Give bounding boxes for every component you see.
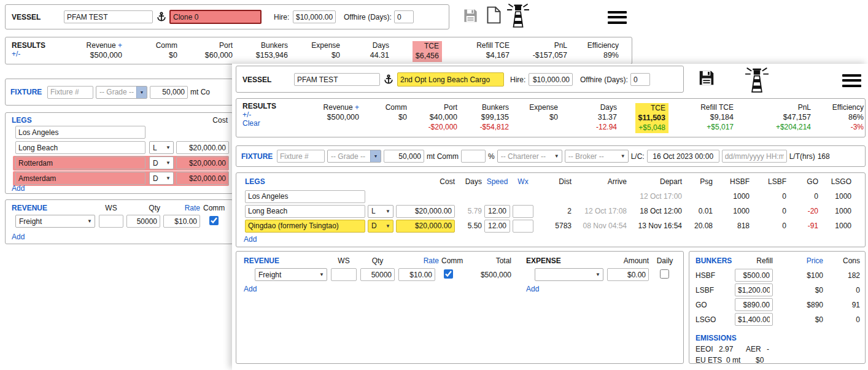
leg-speed-input[interactable] bbox=[484, 220, 510, 233]
leg-type-select[interactable]: D▼ bbox=[368, 220, 393, 233]
revenue-qty-input[interactable] bbox=[360, 268, 395, 281]
rate-header-link[interactable]: Rate bbox=[398, 256, 439, 265]
comm-checkbox[interactable] bbox=[444, 269, 453, 279]
menu-icon[interactable] bbox=[608, 8, 627, 26]
quantity-input[interactable] bbox=[150, 86, 188, 99]
hire-input[interactable] bbox=[293, 10, 336, 23]
fixture-number-input[interactable] bbox=[277, 150, 325, 163]
price-header-link[interactable]: Price bbox=[788, 256, 823, 265]
revenue-total-value: $500,000 bbox=[462, 268, 511, 282]
expense-type-select[interactable]: ▼ bbox=[535, 268, 603, 281]
anchor-icon[interactable] bbox=[157, 12, 166, 24]
eu-ets-cost: $0 bbox=[756, 356, 764, 364]
revenue-type-select[interactable]: Freight▼ bbox=[15, 215, 95, 228]
vessel-name-input[interactable] bbox=[294, 73, 380, 86]
add-revenue-link[interactable]: Add bbox=[244, 285, 257, 293]
revenue-rate-input[interactable] bbox=[398, 268, 435, 281]
leg-type-select[interactable]: D▼ bbox=[149, 156, 174, 169]
hire-input[interactable] bbox=[529, 73, 573, 86]
legs-speed-header-link[interactable]: Speed bbox=[484, 177, 510, 186]
add-leg-link[interactable]: Add bbox=[244, 235, 257, 244]
plus-minus-toggle[interactable]: +/- bbox=[242, 110, 276, 119]
fixture-number-input[interactable] bbox=[47, 86, 93, 99]
commission-input[interactable] bbox=[461, 150, 486, 163]
broker-select[interactable]: -- Broker --▼ bbox=[565, 150, 629, 163]
results-col-refill-tce: Refill TCE$4,167 bbox=[442, 41, 510, 61]
qty-header: Qty bbox=[126, 204, 160, 212]
bunker-refill-input[interactable] bbox=[735, 298, 773, 311]
scenario-name-field[interactable] bbox=[169, 10, 262, 24]
legs-wx-header-link[interactable]: Wx bbox=[513, 177, 533, 186]
leg-port-input[interactable] bbox=[245, 190, 365, 203]
bunker-refill-input[interactable] bbox=[735, 269, 773, 282]
offhire-input[interactable] bbox=[630, 73, 650, 86]
bunker-refill-input[interactable] bbox=[735, 283, 773, 296]
revenue-rate-input[interactable] bbox=[163, 215, 200, 228]
leg-type-select[interactable]: D▼ bbox=[149, 172, 174, 185]
expense-amount-input[interactable] bbox=[607, 268, 649, 281]
leg-type-select[interactable]: L▼ bbox=[149, 141, 174, 154]
bunker-price: $0 bbox=[788, 313, 823, 326]
leg-port-input[interactable] bbox=[15, 172, 145, 185]
new-document-icon[interactable] bbox=[486, 6, 502, 26]
legs-lsgo-header: LSGO bbox=[821, 177, 851, 186]
ws-input[interactable] bbox=[331, 268, 357, 281]
chevron-down-icon: ▼ bbox=[621, 153, 626, 159]
results-col-days: Days44.31 bbox=[340, 41, 389, 61]
comm-checkbox[interactable] bbox=[209, 216, 219, 225]
charterer-select[interactable]: -- Charterer --▼ bbox=[497, 150, 562, 163]
leg-port-input[interactable] bbox=[15, 141, 145, 154]
leg-row: D▼ 5.50 5783 08 Nov 04:54 13 Nov 16:54 2… bbox=[245, 219, 854, 233]
offhire-input[interactable] bbox=[394, 10, 414, 23]
leg-cost-input[interactable] bbox=[176, 156, 229, 169]
save-icon[interactable] bbox=[462, 7, 479, 26]
vessel-label: VESSEL bbox=[12, 13, 41, 21]
leg-row: L▼ 5.79 2 12 Oct 17:08 18 Oct 12:00 0.01… bbox=[245, 204, 854, 218]
vessel-name-input[interactable] bbox=[64, 10, 153, 23]
plus-minus-toggle[interactable]: +/- bbox=[12, 50, 45, 58]
front-bunkers-panel: BUNKERS Refill Price Cons HSBF $100 182 … bbox=[689, 251, 866, 364]
revenue-qty-input[interactable] bbox=[126, 215, 160, 228]
aer-value: - bbox=[767, 345, 769, 353]
lighthouse-icon[interactable] bbox=[745, 66, 769, 95]
leg-port-input[interactable] bbox=[245, 220, 365, 233]
scenario-name-field[interactable] bbox=[397, 72, 504, 87]
menu-icon[interactable] bbox=[842, 71, 861, 90]
bunker-price: $890 bbox=[788, 298, 823, 312]
leg-port-input[interactable] bbox=[15, 156, 145, 169]
leg-cost-input[interactable] bbox=[396, 205, 455, 218]
laycan-commence-input[interactable] bbox=[647, 150, 719, 163]
save-icon[interactable] bbox=[697, 69, 716, 89]
bunker-refill-input[interactable] bbox=[735, 313, 773, 326]
leg-row: D▼ bbox=[13, 171, 229, 186]
bunker-cons: 182 bbox=[829, 269, 860, 282]
back-fixture-panel: FIXTURE -- Grade --▼ mt Co bbox=[5, 79, 233, 106]
revenue-type-select[interactable]: Freight▼ bbox=[255, 268, 327, 281]
add-expense-link[interactable]: Add bbox=[526, 285, 539, 293]
leg-wx-input[interactable] bbox=[513, 220, 533, 233]
ws-input[interactable] bbox=[99, 215, 123, 228]
leg-port-input[interactable] bbox=[245, 205, 365, 218]
laycan-cancelling-input[interactable] bbox=[722, 150, 787, 163]
leg-wx-input[interactable] bbox=[513, 205, 533, 218]
rate-header-link[interactable]: Rate bbox=[163, 204, 200, 212]
leg-cost-input[interactable] bbox=[396, 220, 455, 233]
add-leg-link[interactable]: Add bbox=[12, 184, 25, 193]
leg-type-select[interactable]: L▼ bbox=[368, 205, 393, 218]
clear-link[interactable]: Clear bbox=[242, 119, 276, 128]
add-revenue-link[interactable]: Add bbox=[12, 233, 25, 241]
leg-speed-input[interactable] bbox=[484, 205, 510, 218]
leg-cost-input[interactable] bbox=[176, 172, 229, 185]
lighthouse-icon[interactable] bbox=[507, 2, 529, 30]
revenue-plus-link[interactable]: + bbox=[355, 103, 359, 112]
leg-port-input[interactable] bbox=[15, 126, 145, 139]
grade-select[interactable]: -- Grade --▼ bbox=[96, 86, 147, 99]
leg-type-value: L bbox=[153, 144, 164, 152]
expense-label: EXPENSE bbox=[526, 256, 561, 265]
revenue-plus-link[interactable]: + bbox=[118, 41, 122, 50]
quantity-input[interactable] bbox=[384, 150, 424, 163]
anchor-icon[interactable] bbox=[384, 74, 393, 87]
leg-cost-input[interactable] bbox=[176, 141, 229, 154]
grade-select[interactable]: -- Grade --▼ bbox=[327, 150, 381, 163]
daily-checkbox[interactable] bbox=[660, 269, 669, 279]
